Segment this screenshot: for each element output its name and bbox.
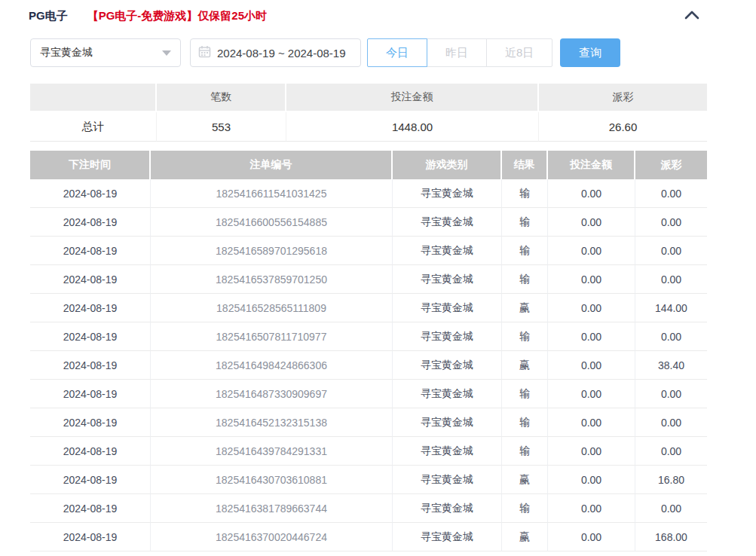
table-row: 2024-08-19 1825416507811710977 寻宝黄金城 输 0… <box>30 322 707 351</box>
payout-cell: 0.00 <box>635 408 707 437</box>
filter-row: 寻宝黄金城 2024-08-19 ~ 2024-08-19 今日 昨日 近8 <box>30 38 726 67</box>
chevron-down-icon <box>162 50 171 56</box>
result-cell: 输 <box>502 380 548 408</box>
summary-total-payout: 26.60 <box>539 112 707 142</box>
range-button-last8days[interactable]: 近8日 <box>486 38 552 67</box>
result-cell: 输 <box>502 437 548 466</box>
summary-total-label: 总计 <box>30 112 157 142</box>
date-range-input[interactable]: 2024-08-19 ~ 2024-08-19 <box>190 38 361 67</box>
game-type-cell: 寻宝黄金城 <box>393 437 502 466</box>
bet-time-cell: 2024-08-19 <box>30 466 151 494</box>
range-button-today[interactable]: 今日 <box>367 38 427 67</box>
payout-cell: 0.00 <box>635 237 707 265</box>
bet-time-cell: 2024-08-19 <box>30 237 151 265</box>
bet-time-cell: 2024-08-19 <box>30 380 151 408</box>
quick-range-group: 今日 昨日 近8日 <box>367 38 552 67</box>
bet-amount-cell: 0.00 <box>548 437 635 466</box>
bet-amount-cell: 0.00 <box>548 179 635 208</box>
bet-time-cell: 2024-08-19 <box>30 322 151 351</box>
result-cell: 输 <box>502 208 548 237</box>
summary-total-bet-amount: 1448.00 <box>286 112 539 142</box>
bets-table: 下注时间 注单编号 游戏类别 结果 投注金额 派彩 2024-08-19 182… <box>30 151 707 551</box>
payout-cell: 0.00 <box>635 380 707 408</box>
bet-table-body: 2024-08-19 1825416611541031425 寻宝黄金城 输 0… <box>30 179 707 551</box>
table-row: 2024-08-19 1825416589701295618 寻宝黄金城 输 0… <box>30 237 707 265</box>
payout-cell: 0.00 <box>635 494 707 523</box>
bet-id-cell: 1825416439784291331 <box>151 437 393 466</box>
game-type-cell: 寻宝黄金城 <box>393 466 502 494</box>
game-type-cell: 寻宝黄金城 <box>393 408 502 437</box>
bet-time-cell: 2024-08-19 <box>30 523 151 551</box>
bet-amount-cell: 0.00 <box>548 380 635 408</box>
game-type-cell: 寻宝黄金城 <box>393 380 502 408</box>
bet-amount-cell: 0.00 <box>548 466 635 494</box>
payout-cell: 0.00 <box>635 265 707 294</box>
result-cell: 赢 <box>502 523 548 551</box>
range-button-yesterday[interactable]: 昨日 <box>427 38 487 67</box>
bet-time-cell: 2024-08-19 <box>30 294 151 322</box>
game-select-value: 寻宝黄金城 <box>40 46 93 60</box>
game-type-cell: 寻宝黄金城 <box>393 322 502 351</box>
table-row: 2024-08-19 1825416487330909697 寻宝黄金城 输 0… <box>30 380 707 408</box>
summary-header-row: 笔数 投注金额 派彩 <box>30 84 707 112</box>
table-row: 2024-08-19 1825416611541031425 寻宝黄金城 输 0… <box>30 179 707 208</box>
game-type-cell: 寻宝黄金城 <box>393 294 502 322</box>
bet-amount-cell: 0.00 <box>548 265 635 294</box>
bet-amount-cell: 0.00 <box>548 494 635 523</box>
game-type-cell: 寻宝黄金城 <box>393 265 502 294</box>
bets-header-row: 下注时间 注单编号 游戏类别 结果 投注金额 派彩 <box>30 151 707 179</box>
header-game-type: 游戏类别 <box>393 151 502 179</box>
result-cell: 输 <box>502 237 548 265</box>
bet-amount-cell: 0.00 <box>548 208 635 237</box>
date-range-value: 2024-08-19 ~ 2024-08-19 <box>217 47 346 60</box>
calendar-icon <box>198 45 211 61</box>
bet-id-cell: 1825416589701295618 <box>151 237 393 265</box>
payout-cell: 0.00 <box>635 208 707 237</box>
query-button[interactable]: 查询 <box>560 38 620 67</box>
result-cell: 赢 <box>502 294 548 322</box>
bet-time-cell: 2024-08-19 <box>30 351 151 380</box>
panel-header: PG电子 【PG电子-免费游戏】仅保留25小时 <box>0 0 756 23</box>
bet-time-cell: 2024-08-19 <box>30 408 151 437</box>
header-payout: 派彩 <box>635 151 707 179</box>
payout-cell: 38.40 <box>635 351 707 380</box>
header-result: 结果 <box>502 151 548 179</box>
result-cell: 输 <box>502 265 548 294</box>
summary-header-bet-amount: 投注金额 <box>286 84 539 112</box>
bet-id-cell: 1825416452132315138 <box>151 408 393 437</box>
bet-time-cell: 2024-08-19 <box>30 179 151 208</box>
header-bet-time: 下注时间 <box>30 151 151 179</box>
bet-amount-cell: 0.00 <box>548 351 635 380</box>
bet-id-cell: 1825416611541031425 <box>151 179 393 208</box>
bet-id-cell: 1825416487330909697 <box>151 380 393 408</box>
header-bet-amount: 投注金额 <box>548 151 635 179</box>
game-select[interactable]: 寻宝黄金城 <box>30 38 181 67</box>
bet-time-cell: 2024-08-19 <box>30 437 151 466</box>
header-bet-id: 注单编号 <box>151 151 393 179</box>
payout-cell: 0.00 <box>635 179 707 208</box>
table-row: 2024-08-19 1825416498424866306 寻宝黄金城 赢 0… <box>30 351 707 380</box>
table-row: 2024-08-19 1825416452132315138 寻宝黄金城 输 0… <box>30 408 707 437</box>
bet-id-cell: 1825416370020446724 <box>151 523 393 551</box>
result-cell: 输 <box>502 408 548 437</box>
game-type-cell: 寻宝黄金城 <box>393 237 502 265</box>
collapse-button[interactable] <box>684 10 700 23</box>
bet-amount-cell: 0.00 <box>548 294 635 322</box>
bet-time-cell: 2024-08-19 <box>30 208 151 237</box>
panel-notice: 【PG电子-免费游戏】仅保留25小时 <box>87 9 267 23</box>
result-cell: 输 <box>502 179 548 208</box>
payout-cell: 16.80 <box>635 466 707 494</box>
bet-id-cell: 1825416507811710977 <box>151 322 393 351</box>
bet-id-cell: 1825416430703610881 <box>151 466 393 494</box>
table-row: 2024-08-19 1825416537859701250 寻宝黄金城 输 0… <box>30 265 707 294</box>
bet-amount-cell: 0.00 <box>548 408 635 437</box>
payout-cell: 168.00 <box>635 523 707 551</box>
table-row: 2024-08-19 1825416381789663744 寻宝黄金城 输 0… <box>30 494 707 523</box>
bet-amount-cell: 0.00 <box>548 237 635 265</box>
bet-time-cell: 2024-08-19 <box>30 265 151 294</box>
summary-total-count: 553 <box>157 112 286 142</box>
result-cell: 输 <box>502 494 548 523</box>
result-cell: 输 <box>502 322 548 351</box>
bet-time-cell: 2024-08-19 <box>30 494 151 523</box>
bet-amount-cell: 0.00 <box>548 523 635 551</box>
